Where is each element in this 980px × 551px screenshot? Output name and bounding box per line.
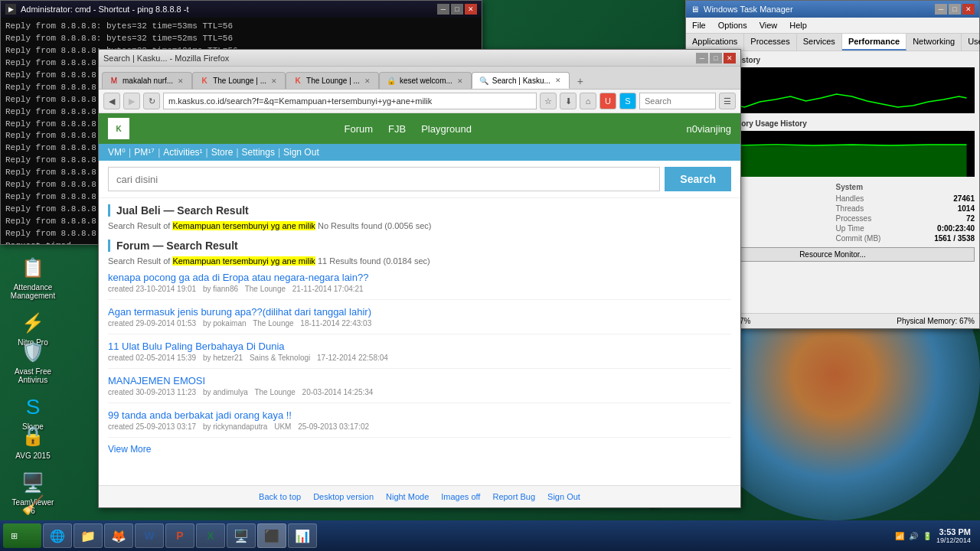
download-button[interactable]: ⬇ bbox=[560, 93, 577, 109]
tab-processes[interactable]: Processes bbox=[744, 34, 796, 51]
taskbar-powerpoint[interactable]: P bbox=[165, 523, 194, 548]
footer-back-to-top[interactable]: Back to top bbox=[259, 492, 301, 501]
tm-menu-file[interactable]: File bbox=[689, 19, 709, 31]
footer-images-off[interactable]: Images off bbox=[441, 492, 480, 501]
cmd-title: Administrator: cmd - Shortcut - ping 8.8… bbox=[21, 5, 188, 14]
desktop-icon: 🖥️ bbox=[234, 529, 249, 543]
jual-beli-title: Jual Beli — Search Result bbox=[108, 204, 731, 217]
tm-close-button[interactable]: ✕ bbox=[962, 4, 975, 15]
icon-avast[interactable]: 🛡️ Avast Free Antivirus bbox=[6, 335, 60, 387]
footer-sign-out[interactable]: Sign Out bbox=[547, 492, 580, 501]
user-link-signout[interactable]: Sign Out bbox=[283, 147, 319, 158]
tab-close-makalah[interactable]: ✕ bbox=[176, 77, 185, 86]
forum-title: Forum — Search Result bbox=[108, 240, 731, 252]
cmd-close-button[interactable]: ✕ bbox=[465, 4, 477, 15]
tm-menu-options[interactable]: Options bbox=[715, 19, 750, 31]
tab-performance[interactable]: Performance bbox=[842, 34, 906, 51]
address-input[interactable] bbox=[163, 93, 537, 109]
threads-value: 1014 bbox=[958, 204, 975, 213]
tab-keset[interactable]: 🔒 keset welcom... ✕ bbox=[379, 72, 472, 89]
taskbar-monitor[interactable]: 📊 bbox=[288, 523, 317, 548]
taskbar-excel[interactable]: X bbox=[196, 523, 225, 548]
result-item-2: 11 Ulat Bulu Paling Berbahaya Di Dunia c… bbox=[108, 341, 731, 369]
kaskus-searchbar: Search bbox=[99, 161, 740, 198]
user-link-vm[interactable]: VM⁰ bbox=[108, 147, 126, 158]
taskbar-word[interactable]: W bbox=[135, 523, 164, 548]
tm-menu-view[interactable]: View bbox=[756, 19, 781, 31]
tab-close-lounge2[interactable]: ✕ bbox=[363, 77, 372, 86]
footer-desktop-version[interactable]: Desktop version bbox=[313, 492, 374, 501]
browser-window: Search | Kasku... - Mozilla Firefox ─ □ … bbox=[98, 49, 741, 508]
result-item-0: kenapa pocong ga ada di Eropa atau negar… bbox=[108, 272, 731, 300]
tab-lounge2[interactable]: K The Lounge | ... ✕ bbox=[286, 72, 379, 89]
browser-minimize-button[interactable]: ─ bbox=[696, 53, 708, 64]
taskbar-firefox[interactable]: 🦊 bbox=[104, 523, 133, 548]
taskbar-desktop[interactable]: 🖥️ bbox=[227, 523, 256, 548]
kaskus-search-input[interactable] bbox=[108, 167, 660, 191]
taskbar-ie[interactable]: 🌐 bbox=[43, 523, 72, 548]
tab-networking[interactable]: Networking bbox=[906, 34, 962, 51]
cmd-line: Reply from 8.8.8.8: bytes=32 time=53ms T… bbox=[5, 21, 477, 33]
home-button[interactable]: ⌂ bbox=[580, 93, 596, 109]
view-more-link[interactable]: View More bbox=[108, 444, 731, 455]
icon-avg[interactable]: 🔒 AVG 2015 bbox=[6, 419, 60, 463]
result-title-4[interactable]: 99 tanda anda berbakat jadi orang kaya !… bbox=[108, 409, 731, 421]
user-link-activities[interactable]: Activities¹ bbox=[163, 147, 202, 158]
kaskus-search-button[interactable]: Search bbox=[665, 167, 731, 191]
footer-night-mode[interactable]: Night Mode bbox=[386, 492, 429, 501]
commit-label: Commit (MB) bbox=[836, 234, 881, 243]
tm-title: Windows Task Manager bbox=[704, 5, 793, 14]
start-button[interactable]: ⊞ bbox=[3, 523, 41, 548]
result-title-3[interactable]: MANAJEMEN EMOSI bbox=[108, 375, 731, 386]
kaskus-logo[interactable]: K bbox=[108, 118, 129, 139]
processes-value: 72 bbox=[966, 214, 975, 223]
icon-attendance[interactable]: 📋 Attendance Management bbox=[6, 251, 60, 303]
result-meta-4: created 25-09-2013 03:17 by rickynandapu… bbox=[108, 422, 731, 431]
user-link-settings[interactable]: Settings bbox=[242, 147, 275, 158]
tab-close-keset[interactable]: ✕ bbox=[456, 77, 465, 86]
jual-beli-section: Jual Beli — Search Result Search Result … bbox=[108, 204, 731, 230]
browser-search-input[interactable] bbox=[639, 93, 716, 109]
handles-label: Handles bbox=[836, 194, 864, 203]
result-title-1[interactable]: Agan termasuk jenis burung apa??(dilihat… bbox=[108, 306, 731, 318]
tab-lounge1[interactable]: K The Lounge | ... ✕ bbox=[192, 72, 286, 89]
bookmark-button[interactable]: ☆ bbox=[540, 93, 557, 109]
tm-minimize-button[interactable]: ─ bbox=[935, 4, 947, 15]
refresh-button[interactable]: ↻ bbox=[143, 93, 160, 109]
tm-maximize-button[interactable]: □ bbox=[949, 4, 961, 15]
taskbar-explorer[interactable]: 📁 bbox=[74, 523, 103, 548]
tab-search[interactable]: 🔍 Search | Kasku... ✕ bbox=[472, 72, 570, 89]
user-link-pm[interactable]: PM¹⁷ bbox=[134, 147, 155, 158]
nav-forum[interactable]: Forum bbox=[344, 123, 373, 135]
tab-users[interactable]: Users bbox=[962, 34, 980, 51]
forward-button[interactable]: ▶ bbox=[123, 93, 140, 109]
browser-close-button[interactable]: ✕ bbox=[724, 53, 736, 64]
skype-nav-button[interactable]: S bbox=[619, 93, 636, 109]
taskbar-right: 📶 🔊 🔋 3:53 PM 19/12/2014 bbox=[889, 527, 977, 544]
new-tab-button[interactable]: + bbox=[573, 73, 588, 89]
user-button[interactable]: U bbox=[599, 93, 616, 109]
menu-button[interactable]: ☰ bbox=[719, 93, 736, 109]
tab-makalah[interactable]: M makalah nurf... ✕ bbox=[102, 72, 192, 89]
taskbar-cmd[interactable]: ⬛ bbox=[257, 523, 286, 548]
forum-info: Search Result of Kemampuan tersembunyi y… bbox=[108, 256, 731, 266]
footer-report-bug[interactable]: Report Bug bbox=[492, 492, 535, 501]
taskbar-battery-icon: 🔋 bbox=[923, 532, 932, 540]
tab-close-search[interactable]: ✕ bbox=[554, 76, 563, 85]
tm-menu-help[interactable]: Help bbox=[786, 19, 810, 31]
nav-fjb[interactable]: FJB bbox=[388, 123, 406, 135]
cmd-maximize-button[interactable]: □ bbox=[451, 4, 463, 15]
user-link-store[interactable]: Store bbox=[211, 147, 234, 158]
tab-applications[interactable]: Applications bbox=[686, 34, 744, 51]
result-title-0[interactable]: kenapa pocong ga ada di Eropa atau negar… bbox=[108, 272, 731, 283]
browser-maximize-button[interactable]: □ bbox=[710, 53, 722, 64]
result-title-2[interactable]: 11 Ulat Bulu Paling Berbahaya Di Dunia bbox=[108, 341, 731, 352]
back-button[interactable]: ◀ bbox=[103, 93, 120, 109]
cmd-taskbar-icon: ⬛ bbox=[264, 529, 279, 543]
commit-value: 1561 / 3538 bbox=[934, 234, 975, 243]
cmd-minimize-button[interactable]: ─ bbox=[437, 4, 449, 15]
taskbar: ⊞ 🌐 📁 🦊 W P X 🖥️ ⬛ 📊 bbox=[0, 520, 980, 551]
tab-close-lounge1[interactable]: ✕ bbox=[270, 77, 279, 86]
tab-services[interactable]: Services bbox=[797, 34, 842, 51]
nav-playground[interactable]: Playground bbox=[421, 123, 472, 135]
